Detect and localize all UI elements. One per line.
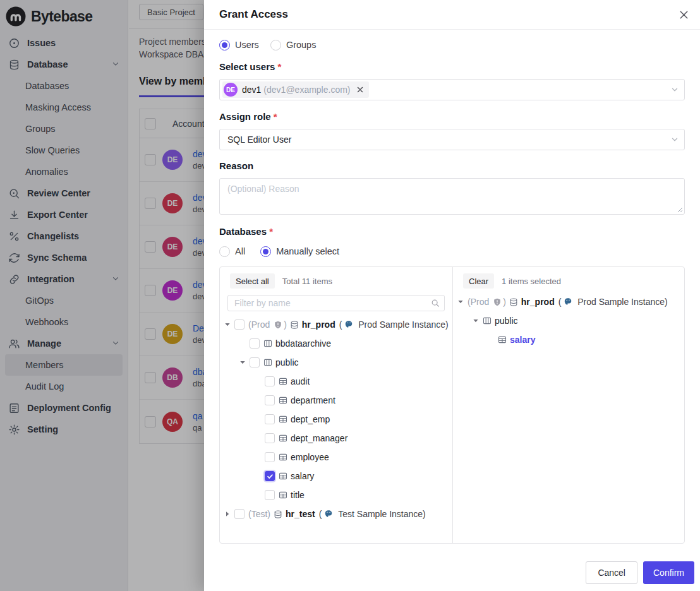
- node-name: salary: [291, 471, 314, 481]
- tree-checkbox[interactable]: [265, 433, 275, 443]
- shield-icon: [493, 298, 501, 306]
- modal-header: Grant Access: [204, 0, 700, 30]
- databases-label: Databases: [219, 226, 685, 237]
- radio-all[interactable]: [219, 246, 230, 257]
- tree-checkbox[interactable]: [250, 357, 260, 367]
- database-icon: [509, 297, 518, 307]
- node-name: dept_emp: [291, 414, 330, 424]
- source-tree-node-title[interactable]: title: [220, 486, 452, 504]
- table-icon: [279, 377, 287, 386]
- tree-checkbox[interactable]: [265, 471, 275, 481]
- radio-groups-label: Groups: [286, 40, 317, 50]
- target-tree-node-hr-prod[interactable]: (Prod )hr_prod( Prod Sample Instance): [453, 292, 684, 311]
- tree-checkbox[interactable]: [234, 319, 244, 330]
- instance-label: ( Test Sample Instance): [319, 509, 426, 519]
- modal-title: Grant Access: [219, 8, 288, 21]
- postgres-icon: [324, 510, 333, 518]
- schema-icon: [263, 339, 272, 348]
- node-name: employee: [291, 452, 329, 462]
- radio-groups[interactable]: [270, 40, 281, 51]
- caret-down-icon[interactable]: [239, 359, 246, 366]
- node-name: public: [495, 316, 518, 326]
- node-name: hr_test: [286, 509, 315, 519]
- user-chip: DE dev1 (dev1@example.com): [222, 81, 369, 98]
- postgres-icon: [344, 320, 353, 329]
- radio-all-label: All: [235, 246, 245, 256]
- source-tree-node-public[interactable]: public: [220, 353, 452, 372]
- radio-users[interactable]: [219, 40, 230, 51]
- modal-footer: Cancel Confirm: [204, 554, 700, 591]
- database-transfer-panel: Select all Total 11 items (Prod )hr_prod…: [219, 266, 685, 544]
- source-tree: (Prod )hr_prod( Prod Sample Instance)bbd…: [220, 315, 452, 543]
- user-chip-email: (dev1@example.com): [263, 85, 350, 95]
- chevron-down-icon: [671, 136, 679, 143]
- source-tree-node-employee[interactable]: employee: [220, 448, 452, 467]
- source-tree-node-dept-manager[interactable]: dept_manager: [220, 429, 452, 448]
- target-tree-node-salary[interactable]: salary: [453, 330, 684, 349]
- avatar: DE: [224, 83, 238, 97]
- radio-manually-select[interactable]: [260, 246, 271, 257]
- target-tree-node-public[interactable]: public: [453, 311, 684, 330]
- database-icon: [290, 320, 299, 330]
- assign-role-value: SQL Editor User: [227, 134, 291, 145]
- node-name: bbdataarchive: [275, 338, 331, 349]
- shield-icon: [274, 321, 282, 329]
- table-icon: [279, 434, 287, 443]
- grant-access-modal: Grant Access Users Groups Select users D…: [204, 0, 700, 591]
- source-tree-node-department[interactable]: department: [220, 391, 452, 410]
- source-tree-node-hr-prod[interactable]: (Prod )hr_prod( Prod Sample Instance): [220, 315, 452, 334]
- total-items-label: Total 11 items: [282, 277, 332, 286]
- source-tree-node-bbdataarchive[interactable]: bbdataarchive: [220, 334, 452, 353]
- chevron-down-icon: [671, 86, 679, 93]
- radio-manually-select-label: Manually select: [276, 246, 339, 256]
- caret-down-icon[interactable]: [224, 321, 231, 328]
- node-name: hr_prod: [302, 319, 335, 330]
- confirm-button[interactable]: Confirm: [643, 561, 694, 584]
- filter-input[interactable]: [227, 295, 445, 311]
- clear-button[interactable]: Clear: [463, 273, 494, 289]
- instance-label: ( Prod Sample Instance): [339, 319, 449, 330]
- source-tree-node-dept-emp[interactable]: dept_emp: [220, 410, 452, 429]
- postgres-icon: [564, 297, 572, 306]
- tree-checkbox[interactable]: [234, 509, 244, 519]
- tree-checkbox[interactable]: [265, 452, 275, 462]
- environment-label: (Prod ): [248, 319, 287, 330]
- cancel-button[interactable]: Cancel: [586, 561, 637, 584]
- caret-down-icon[interactable]: [472, 318, 480, 324]
- caret-right-icon[interactable]: [224, 511, 231, 517]
- source-tree-node-hr-test[interactable]: (Test)hr_test( Test Sample Instance): [220, 504, 452, 523]
- table-icon: [279, 415, 287, 424]
- tree-checkbox[interactable]: [265, 490, 275, 500]
- source-tree-node-audit[interactable]: audit: [220, 372, 452, 391]
- node-name: dept_manager: [291, 433, 347, 443]
- select-users-input[interactable]: DE dev1 (dev1@example.com): [219, 79, 685, 100]
- source-tree-node-salary[interactable]: salary: [220, 467, 452, 486]
- caret-down-icon[interactable]: [457, 299, 464, 305]
- user-chip-name: dev1: [242, 85, 261, 95]
- database-icon: [274, 510, 282, 519]
- select-all-button[interactable]: Select all: [230, 273, 275, 289]
- assign-role-select[interactable]: SQL Editor User: [219, 129, 685, 150]
- node-name: audit: [291, 376, 310, 386]
- node-name: department: [291, 395, 335, 405]
- member-scope-radio-group: Users Groups: [219, 37, 685, 52]
- modal-body: Users Groups Select users DE dev1 (dev1@…: [204, 30, 700, 554]
- search-icon: [431, 299, 440, 307]
- table-icon: [279, 453, 287, 462]
- close-icon[interactable]: [678, 9, 690, 21]
- node-name: public: [275, 357, 299, 367]
- tree-checkbox[interactable]: [265, 395, 275, 405]
- environment-label: (Prod ): [468, 297, 506, 307]
- transfer-target-panel: Clear 1 items selected (Prod )hr_prod( P…: [453, 267, 684, 543]
- remove-user-icon[interactable]: [356, 86, 364, 93]
- tree-checkbox[interactable]: [265, 414, 275, 424]
- select-users-label: Select users: [219, 61, 685, 72]
- tree-checkbox[interactable]: [250, 338, 260, 349]
- schema-icon: [483, 316, 492, 325]
- reason-textarea[interactable]: [219, 178, 685, 215]
- tree-checkbox[interactable]: [265, 376, 275, 386]
- reason-label: Reason: [219, 160, 685, 171]
- assign-role-label: Assign role: [219, 111, 685, 122]
- environment-label: (Test): [248, 509, 270, 519]
- node-name: hr_prod: [521, 297, 555, 307]
